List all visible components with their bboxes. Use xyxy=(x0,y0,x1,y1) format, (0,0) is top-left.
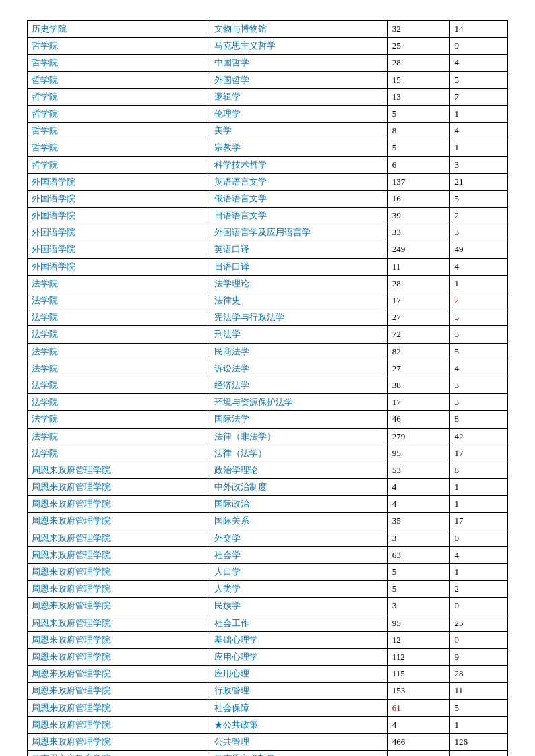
table-row: 周恩来政府管理学院公共管理466126 xyxy=(28,733,508,750)
major-name: 公共管理 xyxy=(210,733,387,750)
count-col4: 4 xyxy=(450,123,508,139)
count-col3: 28 xyxy=(387,55,450,71)
major-name: 应用心理 xyxy=(210,666,387,683)
college-name: 周恩来政府管理学院 xyxy=(28,699,210,716)
count-col3: 5 xyxy=(387,139,450,156)
table-row: 哲学院美学84 xyxy=(28,123,508,139)
table-row: 周恩来政府管理学院社会学634 xyxy=(28,546,508,563)
count-col3: 27 xyxy=(387,309,450,326)
major-name: 诉讼法学 xyxy=(210,360,387,377)
college-name: 哲学院 xyxy=(28,156,210,173)
table-row: 哲学院伦理学51 xyxy=(28,105,508,122)
count-col4: 5 xyxy=(450,71,508,88)
table-row: 法学院法律史172 xyxy=(28,292,508,309)
count-col3: 38 xyxy=(387,377,450,393)
college-name: 法学院 xyxy=(28,377,210,393)
count-col3: 5 xyxy=(387,564,450,581)
count-col4: 1 xyxy=(450,275,508,292)
college-name: 法学院 xyxy=(28,411,210,428)
count-col3: 11 xyxy=(387,258,450,275)
college-name: 法学院 xyxy=(28,292,210,309)
major-name: 外国哲学 xyxy=(210,71,387,88)
count-col4: 17 xyxy=(450,513,508,530)
count-col3: 16 xyxy=(387,190,450,207)
count-col3: 25 xyxy=(387,38,450,55)
count-col4: 0 xyxy=(450,598,508,615)
major-name: 人类学 xyxy=(210,581,387,598)
count-col4: 5 xyxy=(450,309,508,326)
table-row: 哲学院科学技术哲学63 xyxy=(28,156,508,173)
count-col4: 3 xyxy=(450,156,508,173)
count-col3: 249 xyxy=(387,241,450,258)
major-name: 基础心理学 xyxy=(210,631,387,648)
count-col3: 17 xyxy=(387,292,450,309)
college-name: 历史学院 xyxy=(28,21,210,38)
count-col4: 1 xyxy=(450,564,508,581)
count-col3: 137 xyxy=(387,173,450,190)
table-row: 哲学院逻辑学137 xyxy=(28,88,508,105)
major-name: 国际关系 xyxy=(210,513,387,530)
count-col3: 6 xyxy=(387,156,450,173)
college-name: 周恩来政府管理学院 xyxy=(28,598,210,615)
college-name: 哲学院 xyxy=(28,105,210,122)
count-col3: 4 xyxy=(387,479,450,496)
count-col3: 72 xyxy=(387,326,450,343)
college-name: 外国语学院 xyxy=(28,224,210,241)
college-name: 哲学院 xyxy=(28,38,210,55)
major-name: 社会工作 xyxy=(210,615,387,631)
count-col3: 95 xyxy=(387,615,450,631)
table-row: 外国语学院英语口译24949 xyxy=(28,241,508,258)
table-row: 周恩来政府管理学院社会工作9525 xyxy=(28,615,508,631)
count-col4: 0 xyxy=(450,751,508,756)
major-name: 伦理学 xyxy=(210,105,387,122)
college-name: 法学院 xyxy=(28,326,210,343)
college-name: 周恩来政府管理学院 xyxy=(28,479,210,496)
college-name: 周恩来政府管理学院 xyxy=(28,496,210,513)
college-name: 外国语学院 xyxy=(28,241,210,258)
count-col4: 28 xyxy=(450,666,508,683)
table-row: 法学院法律（法学）9517 xyxy=(28,445,508,462)
major-name: 行政管理 xyxy=(210,683,387,699)
table-row: 周恩来政府管理学院外交学30 xyxy=(28,530,508,546)
main-table: 历史学院文物与博物馆3214哲学院马克思主义哲学259哲学院中国哲学284哲学院… xyxy=(27,20,508,756)
count-col4: 0 xyxy=(450,530,508,546)
major-name: 逻辑学 xyxy=(210,88,387,105)
major-name: 人口学 xyxy=(210,564,387,581)
table-row: 周恩来政府管理学院中外政治制度41 xyxy=(28,479,508,496)
count-col3: 112 xyxy=(387,648,450,665)
major-name: 外交学 xyxy=(210,530,387,546)
count-col3: 61 xyxy=(387,699,450,716)
college-name: 法学院 xyxy=(28,343,210,360)
count-col4: 3 xyxy=(450,377,508,393)
count-col4: 42 xyxy=(450,428,508,445)
table-row: 历史学院文物与博物馆3214 xyxy=(28,21,508,38)
college-name: 马克思主义教育学院 xyxy=(28,751,210,756)
table-row: 法学院民商法学825 xyxy=(28,343,508,360)
count-col3: 466 xyxy=(387,733,450,750)
college-name: 法学院 xyxy=(28,275,210,292)
college-name: 周恩来政府管理学院 xyxy=(28,631,210,648)
count-col3: 17 xyxy=(387,394,450,411)
college-name: 周恩来政府管理学院 xyxy=(28,615,210,631)
major-name: 民商法学 xyxy=(210,343,387,360)
major-name: 中国哲学 xyxy=(210,55,387,71)
table-row: 哲学院马克思主义哲学259 xyxy=(28,38,508,55)
table-row: 法学院法学理论281 xyxy=(28,275,508,292)
major-name: 法学理论 xyxy=(210,275,387,292)
count-col3: 15 xyxy=(387,71,450,88)
count-col3: 12 xyxy=(387,631,450,648)
count-col3: 115 xyxy=(387,666,450,683)
count-col3: 33 xyxy=(387,224,450,241)
table-row: 周恩来政府管理学院国际关系3517 xyxy=(28,513,508,530)
major-name: 俄语语言文学 xyxy=(210,190,387,207)
major-name: 刑法学 xyxy=(210,326,387,343)
count-col4: 8 xyxy=(450,411,508,428)
major-name: 社会学 xyxy=(210,546,387,563)
table-row: 法学院经济法学383 xyxy=(28,377,508,393)
major-name: 经济法学 xyxy=(210,377,387,393)
count-col3: 5 xyxy=(387,105,450,122)
table-row: 外国语学院日语语言文学392 xyxy=(28,208,508,224)
major-name: 应用心理学 xyxy=(210,648,387,665)
count-col4: 5 xyxy=(450,190,508,207)
major-name: 民族学 xyxy=(210,598,387,615)
